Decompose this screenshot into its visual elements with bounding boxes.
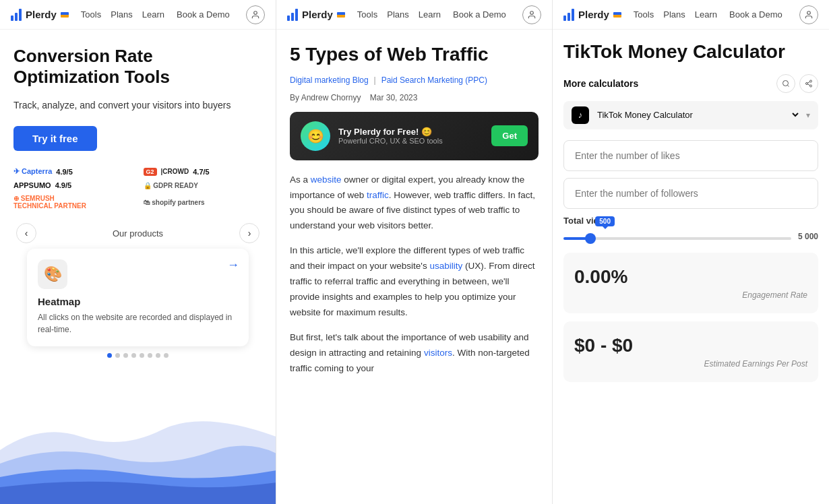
dot-6[interactable] [148, 353, 152, 358]
total-videos-slider[interactable] [563, 237, 791, 240]
nav-links-3: Tools Plans Learn [634, 9, 717, 20]
logo-3[interactable]: Plerdy [563, 9, 621, 21]
logo-1[interactable]: Plerdy [11, 9, 69, 21]
svg-point-4 [810, 80, 812, 82]
article-para-2: In this article, we'll explore the diffe… [290, 243, 539, 321]
article-para-3: But first, let's talk about the importan… [290, 330, 539, 377]
our-products-label: Our products [113, 228, 163, 239]
navbar-3: Plerdy Tools Plans Learn Book a Demo [553, 0, 829, 30]
earnings-label: Estimated Earnings Per Post [574, 359, 807, 369]
article-meta: Digital marketing Blog | Paid Search Mar… [290, 74, 539, 85]
svg-point-5 [806, 82, 808, 84]
followers-input[interactable] [563, 178, 818, 209]
nav-book-demo-1[interactable]: Book a Demo [177, 9, 230, 20]
usability-link-1[interactable]: usability [429, 261, 462, 271]
panel-cro: Plerdy Tools Plans Learn Book a Demo Con… [0, 0, 276, 504]
dot-8[interactable] [164, 353, 168, 358]
likes-input[interactable] [563, 140, 818, 171]
logo-flag-2 [337, 12, 345, 18]
logo-text-2: Plerdy [302, 9, 333, 20]
nav-book-demo-2[interactable]: Book a Demo [453, 9, 506, 20]
badges-section: ✈ Capterra 4.9/5 G2 |CROWD 4.7/5 APPSUMO… [13, 167, 262, 210]
product-card-arrow[interactable]: → [227, 258, 239, 272]
calculator-select[interactable]: TikTok Money Calculator [594, 109, 801, 121]
nav-user-icon-1[interactable] [246, 5, 265, 24]
nav-plans-2[interactable]: Plans [387, 9, 409, 20]
svg-point-6 [810, 85, 812, 87]
author-name: By Andrew Chornyy [290, 93, 361, 102]
nav-learn-1[interactable]: Learn [142, 9, 164, 20]
search-icon-button[interactable] [776, 74, 795, 93]
logo-icon-2 [287, 9, 298, 21]
gdpr-logo: 🔒 GDPR READY [144, 182, 198, 189]
dot-5[interactable] [140, 353, 144, 358]
panel-calculator: Plerdy Tools Plans Learn Book a Demo Tik… [553, 0, 829, 504]
slider-max-value: 5 000 [798, 232, 818, 241]
carousel-next-button[interactable]: › [239, 223, 259, 243]
dots-row [13, 346, 262, 365]
calc-title: TikTok Money Calculator [563, 40, 818, 63]
article-para-1: As a website owner or digital expert, yo… [290, 172, 539, 234]
badge-gdpr: 🔒 GDPR READY [144, 181, 263, 189]
nav-user-icon-3[interactable] [799, 5, 818, 24]
nav-learn-3[interactable]: Learn [695, 9, 717, 20]
logo-icon [11, 9, 22, 21]
promo-title: Try Plerdy for Free! 😊 [338, 127, 483, 137]
products-row: ‹ Our products › [13, 223, 262, 243]
calculator-selector[interactable]: ♪ TikTok Money Calculator ▾ [563, 101, 818, 129]
website-link[interactable]: website [311, 175, 342, 185]
article-author: By Andrew Chornyy Mar 30, 2023 [290, 93, 539, 102]
nav-learn-2[interactable]: Learn [419, 9, 441, 20]
dot-3[interactable] [123, 353, 128, 358]
nav-tools-3[interactable]: Tools [634, 9, 654, 20]
capterra-logo: ✈ Capterra [13, 167, 52, 176]
logo-flag [61, 12, 69, 18]
category-link-1[interactable]: Digital marketing Blog [290, 75, 369, 85]
nav-links-1: Tools Plans Learn [81, 9, 164, 20]
share-icon-button[interactable] [799, 74, 818, 93]
visitors-link[interactable]: visitors [424, 348, 452, 358]
nav-links-2: Tools Plans Learn [357, 9, 441, 20]
navbar-2: Plerdy Tools Plans Learn Book a Demo [276, 0, 552, 30]
dot-4[interactable] [131, 353, 136, 358]
logo-text: Plerdy [26, 9, 57, 20]
nav-plans-3[interactable]: Plans [663, 9, 685, 20]
carousel-prev-button[interactable]: ‹ [16, 223, 36, 243]
nav-tools-2[interactable]: Tools [357, 9, 377, 20]
slider-tooltip: 500 [595, 216, 615, 226]
g2-crowd: |CROWD [161, 168, 189, 175]
dot-1[interactable] [107, 353, 112, 358]
appsumo-rating: 4.9/5 [55, 181, 71, 189]
shopify-logo: 🛍 shopify partners [144, 199, 205, 206]
nav-plans-1[interactable]: Plans [111, 9, 133, 20]
nav-user-icon-2[interactable] [522, 5, 541, 24]
nav-book-demo-3[interactable]: Book a Demo [729, 9, 782, 20]
product-name: Heatmap [38, 296, 238, 307]
dot-2[interactable] [115, 353, 120, 358]
panel-blog: Plerdy Tools Plans Learn Book a Demo 5 T… [276, 0, 553, 504]
engagement-rate-label: Engagement Rate [574, 290, 807, 300]
logo-2[interactable]: Plerdy [287, 9, 345, 21]
traffic-link[interactable]: traffic [367, 190, 389, 200]
badge-semrush: ⊕ SEMRUSHTECHNICAL PARTNER [13, 195, 133, 210]
calc-top-row: More calculators [563, 74, 818, 93]
engagement-rate-box: 0.00% Engagement Rate [563, 253, 818, 313]
product-card: → 🎨 Heatmap All clicks on the website ar… [27, 249, 249, 346]
try-free-button[interactable]: Try it free [13, 126, 97, 151]
product-icon-emoji: 🎨 [44, 265, 62, 283]
promo-text: Try Plerdy for Free! 😊 Powerful CRO, UX … [338, 127, 483, 145]
article-content: 5 Types of Web Traffic Digital marketing… [276, 30, 552, 400]
badge-g2: G2 |CROWD 4.7/5 [144, 167, 263, 176]
dot-7[interactable] [156, 353, 160, 358]
g2-rating: 4.7/5 [193, 168, 209, 176]
badge-capterra: ✈ Capterra 4.9/5 [13, 167, 133, 176]
g2-logo: G2 [144, 168, 157, 176]
category-link-2[interactable]: Paid Search Marketing (PPC) [381, 75, 487, 85]
nav-tools-1[interactable]: Tools [81, 9, 101, 20]
svg-point-0 [254, 11, 257, 14]
top-icons [776, 74, 818, 93]
logo-text-3: Plerdy [578, 9, 609, 20]
promo-get-button[interactable]: Get [491, 125, 528, 146]
badge-shopify: 🛍 shopify partners [144, 195, 263, 210]
hero-subtitle: Track, analyze, and convert your visitor… [13, 98, 262, 113]
